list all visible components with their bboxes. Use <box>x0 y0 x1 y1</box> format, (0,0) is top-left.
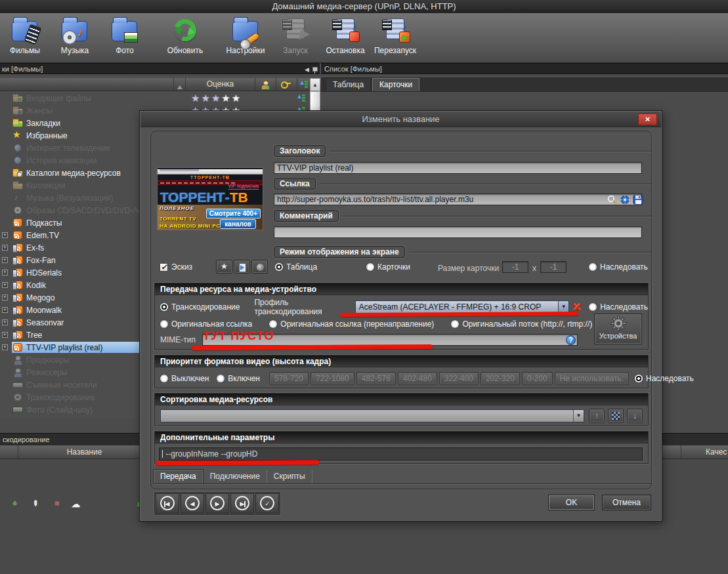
expander-icon[interactable] <box>2 319 8 325</box>
toolbar-button[interactable]: Запуск <box>270 14 320 55</box>
toolbar-button[interactable]: Обновить <box>160 14 210 55</box>
format-range-button[interactable]: 482-576 <box>356 372 396 385</box>
tree-item-label: Режиссеры <box>26 368 68 377</box>
toolbar-button[interactable]: Музыка <box>50 14 100 55</box>
format-range-button[interactable]: Не использовать: <box>555 372 629 385</box>
toolbar-button[interactable]: Перезапуск <box>370 14 420 55</box>
link-input[interactable] <box>274 194 642 205</box>
nav-button[interactable]: ▶ <box>230 493 254 514</box>
access-column-header[interactable] <box>276 78 297 91</box>
thumb-load-button[interactable] <box>234 260 250 274</box>
expander-icon[interactable] <box>2 295 8 300</box>
dialog-titlebar[interactable]: Изменить название × <box>140 112 661 127</box>
toolbar-button[interactable]: Остановка <box>320 14 370 55</box>
tree-item-icon <box>12 380 23 389</box>
tree-item-label: Съемные носители <box>26 380 97 390</box>
toolbar-button[interactable]: Фильмы <box>0 14 50 55</box>
radio-formats-on[interactable]: Включен <box>217 374 260 383</box>
view-tab[interactable]: Карточки <box>372 78 419 91</box>
expander-icon[interactable] <box>2 270 8 276</box>
radio-original-stream[interactable]: Оригинальный поток (http://, rtmp://) <box>451 319 592 329</box>
toolbar-button[interactable]: Настройки <box>221 14 270 55</box>
thumb-logo: ТОРРЕНТ-ТВ <box>160 190 248 205</box>
sort-marker-column[interactable] <box>173 78 185 91</box>
sort-column-header[interactable] <box>297 78 310 91</box>
left-panel-title: ки [Фильмы] <box>2 65 43 73</box>
dialog-tab[interactable]: Скрипты <box>267 470 312 484</box>
expander-icon[interactable] <box>2 332 8 338</box>
dialog-tab[interactable]: Передача <box>153 469 203 484</box>
devices-button[interactable]: Устройства <box>594 314 642 344</box>
dialog-tab[interactable]: Подключение <box>203 470 267 484</box>
toolbar-icon <box>380 15 410 45</box>
nav-button[interactable]: ✓ <box>255 493 279 514</box>
scrollbar-thumb[interactable] <box>310 91 320 111</box>
tree-item[interactable]: Входящие файлы ★★★★★ <box>0 92 310 104</box>
quality-column-header[interactable]: Качес <box>706 445 727 459</box>
expander-icon[interactable] <box>2 257 8 263</box>
card-width-field[interactable]: -1 <box>502 261 528 273</box>
expander-icon[interactable] <box>2 307 8 313</box>
radio-transcode[interactable]: Транскодирование <box>160 302 240 312</box>
delete-profile-icon[interactable] <box>572 302 582 312</box>
user-column-header[interactable] <box>255 78 276 91</box>
toolbar-button[interactable]: Фото <box>100 14 150 55</box>
format-range-button[interactable]: 722-1080 <box>310 372 354 385</box>
help-icon[interactable]: ? <box>566 335 576 345</box>
sort-tree-icon <box>300 80 308 89</box>
radio-transfer-inherit[interactable]: Наследовать <box>589 302 648 312</box>
web-settings-icon[interactable] <box>620 195 631 205</box>
scrollbar-up-button[interactable]: ▲ <box>310 78 320 91</box>
card-height-field[interactable]: -1 <box>540 261 567 273</box>
save-icon[interactable] <box>633 195 644 205</box>
comment-input[interactable] <box>274 226 642 238</box>
rating-column-header[interactable]: Оценка <box>185 78 255 91</box>
tree-item-icon <box>12 318 23 327</box>
collapse-panel-icon[interactable]: ◀ <box>305 64 309 75</box>
radio-original-redirect[interactable]: Оригинальная ссылка (перенаправление) <box>269 319 434 329</box>
title-input[interactable] <box>274 162 642 174</box>
extra-params-input[interactable]: --groupInName --groupHD <box>159 447 643 461</box>
sorting-select[interactable]: ▼ <box>160 409 584 422</box>
nav-button[interactable]: ▶ <box>205 493 229 514</box>
radio-formats-inherit[interactable]: Наследовать <box>635 374 694 383</box>
radio-cards[interactable]: Карточки <box>366 262 410 272</box>
format-range-button[interactable]: 322-400 <box>439 372 479 385</box>
thumb-banner-2: каналов <box>220 219 256 229</box>
close-icon[interactable]: × <box>638 113 657 125</box>
view-tab[interactable]: Таблица <box>326 78 371 91</box>
format-range-button[interactable]: 578-720 <box>269 372 309 385</box>
window-titlebar[interactable]: Домашний медиа-сервер (UPnP, DLNA, HTTP) <box>0 0 728 13</box>
nav-button[interactable]: ◀ <box>181 493 204 514</box>
pin-icon[interactable] <box>312 66 317 73</box>
ok-button[interactable]: OK <box>548 495 595 510</box>
search-icon[interactable] <box>607 195 618 205</box>
thumbnail-checkbox[interactable]: Эскиз <box>160 262 192 272</box>
sort-grid-button[interactable] <box>608 409 624 423</box>
expander-icon[interactable] <box>2 245 8 251</box>
thumb-effect-button[interactable]: ★ <box>216 260 232 274</box>
name-column-header[interactable]: Название <box>18 445 151 459</box>
user-icon <box>261 81 269 89</box>
sort-asc-button[interactable]: ↑ <box>589 409 605 423</box>
sort-desc-button[interactable]: ↓ <box>627 409 643 423</box>
thumb-clear-button[interactable] <box>251 260 268 274</box>
tree-item-label: История навигации <box>26 156 96 165</box>
radio-display-inherit[interactable]: Наследовать <box>589 262 648 272</box>
format-range-button[interactable]: 0-200 <box>522 372 553 385</box>
expander-icon[interactable] <box>2 282 8 288</box>
radio-table[interactable]: Таблица <box>275 262 317 272</box>
cancel-button[interactable]: Отмена <box>602 495 651 510</box>
expander-icon[interactable] <box>2 344 8 350</box>
expander-icon[interactable] <box>2 232 8 238</box>
radio-original-link[interactable]: Оригинальная ссылка <box>160 319 252 329</box>
radio-formats-off[interactable]: Выключен <box>160 374 209 383</box>
tree-item-label: TTV-VIP playlist (real) <box>26 343 102 352</box>
rating-stars[interactable]: ★★★★★ <box>191 92 242 104</box>
nav-button[interactable]: ◀ <box>156 493 179 514</box>
format-range-button[interactable]: 202-320 <box>481 372 520 385</box>
tree-item-icon <box>12 231 23 239</box>
format-range-button[interactable]: 402-480 <box>398 372 437 385</box>
toolbar-icon <box>110 15 140 45</box>
toolbar-button-label: Запуск <box>270 46 320 55</box>
